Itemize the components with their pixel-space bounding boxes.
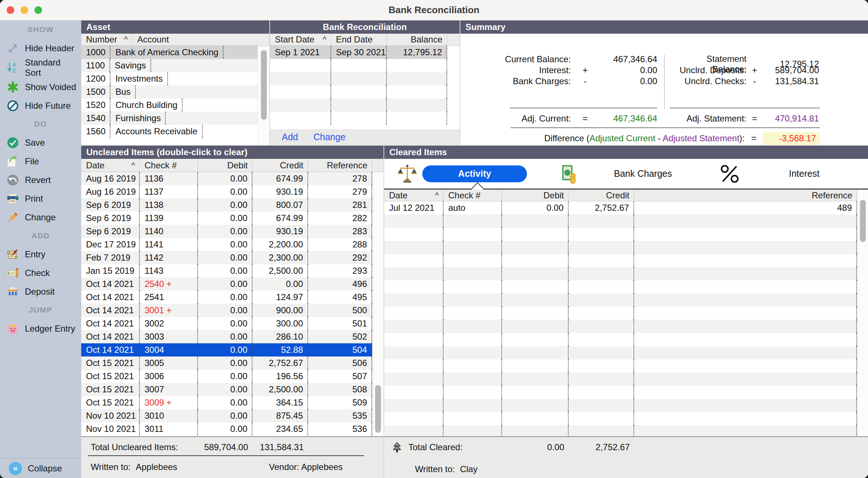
empty-table-row[interactable]	[270, 85, 447, 98]
empty-table-row[interactable]	[384, 280, 857, 294]
empty-table-row[interactable]	[384, 320, 857, 333]
tab-activity[interactable]: Activity	[384, 159, 546, 188]
sidebar-item-standard-sort[interactable]: AZStandard Sort	[0, 57, 81, 78]
table-row[interactable]: 1500Bus	[81, 85, 258, 98]
column-header-end-date[interactable]: End Date	[331, 34, 387, 45]
table-cell	[384, 228, 444, 241]
table-row[interactable]: Aug 16 201911370.00930.19279	[81, 185, 372, 198]
empty-table-row[interactable]	[384, 214, 857, 228]
empty-table-row[interactable]	[384, 333, 857, 346]
table-row[interactable]: 1540Furnishings	[81, 112, 258, 125]
sidebar-item-show-voided[interactable]: Show Voided	[0, 78, 81, 96]
scrollbar-thumb[interactable]	[860, 200, 866, 242]
table-cell: 1500	[81, 85, 111, 98]
sidebar-item-change[interactable]: Change	[0, 208, 81, 227]
empty-table-row[interactable]	[384, 294, 857, 307]
column-header-date[interactable]: Date^	[81, 159, 140, 172]
column-header-check-[interactable]: Check #	[140, 159, 198, 172]
table-row[interactable]: Jan 15 201911430.002,500.00293	[81, 264, 372, 277]
empty-table-row[interactable]	[270, 59, 447, 72]
empty-table-row[interactable]	[384, 373, 857, 386]
column-header-debit[interactable]: Debit	[198, 159, 252, 172]
sidebar-item-check[interactable]: $Check	[0, 264, 81, 282]
money-icon	[558, 163, 579, 184]
table-row[interactable]: Oct 15 202130060.00196.56507	[81, 370, 372, 383]
sidebar-item-collapse[interactable]: « Collapse	[0, 458, 81, 478]
empty-table-row[interactable]	[384, 346, 857, 359]
table-row[interactable]: Oct 14 202130030.00286.10502	[81, 330, 372, 343]
table-row[interactable]: Oct 14 202130020.00300.00501	[81, 317, 372, 330]
summary-label: Bank Charges:	[471, 76, 571, 86]
column-header-account[interactable]: Account	[132, 34, 269, 45]
sidebar-item-hide-future[interactable]: Hide Future	[0, 96, 81, 115]
table-row[interactable]: Aug 16 201911360.00674.99278	[81, 172, 372, 185]
empty-table-row[interactable]	[384, 399, 857, 412]
table-row[interactable]: Oct 15 20213009 +0.00364.15509	[81, 396, 372, 409]
sidebar-item-entry[interactable]: Entry	[0, 245, 81, 264]
column-header-balance[interactable]: Balance	[387, 34, 447, 45]
table-row[interactable]: 1560Accounts Receivable	[81, 125, 258, 138]
empty-table-row[interactable]	[270, 98, 447, 112]
empty-table-row[interactable]	[270, 72, 447, 85]
empty-table-row[interactable]	[384, 241, 857, 254]
change-link[interactable]: Change	[313, 132, 345, 142]
column-header-date[interactable]: Date^	[384, 190, 444, 201]
table-row[interactable]: Sep 1 2021Sep 30 202112,795.12	[270, 46, 447, 59]
empty-table-row[interactable]	[384, 228, 857, 241]
table-row[interactable]: 1100Savings	[81, 59, 258, 72]
column-header-credit[interactable]: Credit	[252, 159, 308, 172]
empty-table-row[interactable]	[384, 386, 857, 399]
sidebar-item-file[interactable]: File	[0, 152, 81, 171]
column-header-reference[interactable]: Reference	[634, 190, 857, 201]
table-row[interactable]: Oct 14 202130040.0052.88504	[81, 343, 372, 356]
sidebar-item-revert[interactable]: Revert	[0, 171, 81, 189]
table-row[interactable]: Jul 12 2021auto0.002,752.67489	[384, 201, 857, 214]
table-row[interactable]: Oct 15 202130050.002,752.67506	[81, 356, 372, 370]
column-header-number[interactable]: Number^	[81, 34, 132, 45]
sidebar-item-hide-header[interactable]: Hide Header	[0, 39, 81, 57]
add-link[interactable]: Add	[282, 132, 298, 142]
uncleared-scrollbar[interactable]	[372, 172, 384, 436]
scrollbar-thumb[interactable]	[375, 385, 381, 433]
table-cell: 0.00	[198, 409, 252, 422]
table-cell: Investments	[111, 72, 168, 85]
table-row[interactable]: 1200Investments	[81, 72, 258, 85]
empty-table-row[interactable]	[270, 112, 447, 125]
scrollbar-thumb[interactable]	[261, 50, 267, 120]
table-row[interactable]: 1520Church Building	[81, 98, 258, 112]
column-header-credit[interactable]: Credit	[569, 190, 634, 201]
summary-operator: -	[747, 76, 763, 86]
tab-bank-charges[interactable]: Bank Charges	[546, 159, 707, 188]
table-row[interactable]: Nov 10 202130100.00875.45535	[81, 409, 372, 422]
empty-table-row[interactable]	[384, 425, 857, 436]
sidebar-item-label: Revert	[25, 175, 51, 185]
column-header-debit[interactable]: Debit	[502, 190, 569, 201]
empty-table-row[interactable]	[384, 267, 857, 280]
empty-table-row[interactable]	[384, 254, 857, 267]
table-row[interactable]: Sep 6 201911390.00674.99282	[81, 212, 372, 225]
table-row[interactable]: Oct 14 202125410.00124.97495	[81, 291, 372, 304]
table-row[interactable]: Sep 6 201911400.00930.19283	[81, 225, 372, 238]
empty-table-row[interactable]	[384, 412, 857, 425]
table-row[interactable]: Oct 14 20212540 +0.000.00496	[81, 277, 372, 291]
table-row[interactable]: 1000Bank of America Checking	[81, 46, 258, 59]
tab-interest[interactable]: Interest	[707, 159, 868, 188]
table-row[interactable]: Feb 7 201911420.002,300.00292	[81, 251, 372, 264]
sidebar-item-ledger-entry[interactable]: Ledger Entry	[0, 319, 81, 338]
column-header-start-date[interactable]: Start Date^	[270, 34, 331, 45]
table-cell	[569, 228, 634, 241]
table-row[interactable]: Sep 6 201911380.00800.07281	[81, 198, 372, 212]
table-row[interactable]: Nov 10 202130110.00234.65536	[81, 422, 372, 436]
column-header-check-[interactable]: Check #	[444, 190, 502, 201]
table-row[interactable]: Oct 15 202130070.002,500.00508	[81, 383, 372, 396]
sidebar-item-save[interactable]: Save	[0, 133, 81, 152]
cleared-scrollbar[interactable]	[857, 190, 868, 436]
column-header-reference[interactable]: Reference	[308, 159, 372, 172]
sidebar-item-print[interactable]: Print	[0, 189, 81, 208]
sidebar-item-deposit[interactable]: Deposit	[0, 282, 81, 301]
table-row[interactable]: Oct 14 20213001 +0.00900.00500	[81, 304, 372, 317]
asset-scrollbar[interactable]	[258, 46, 269, 145]
empty-table-row[interactable]	[384, 307, 857, 320]
table-row[interactable]: Dec 17 201911410.002,200.00288	[81, 238, 372, 251]
empty-table-row[interactable]	[384, 359, 857, 373]
